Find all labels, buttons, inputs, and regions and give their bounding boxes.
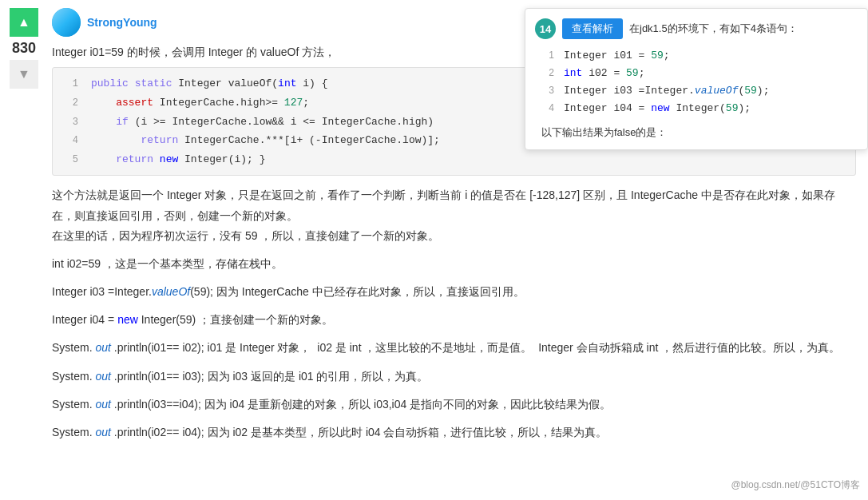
avatar xyxy=(52,8,81,37)
view-explanation-button[interactable]: 查看解析 xyxy=(562,18,623,39)
explanation-badge: 14 xyxy=(535,18,556,39)
explanation-box: 14 查看解析 在jdk1.5的环境下，有如下4条语句： 1 Integer i… xyxy=(525,8,868,150)
watermark: @blog.csdn.net/@51CTO博客 xyxy=(731,478,860,492)
paragraph-7: System. out .println(i03==i04); 因为 i04 是… xyxy=(52,395,856,415)
vote-column: 830 xyxy=(0,0,48,458)
paragraph-6: System. out .println(i01== i03); 因为 i03 … xyxy=(52,367,856,387)
explanation-code: 1 Integer i01 = 59; 2 int i02 = 59; 3 In… xyxy=(541,47,858,117)
code-block-line-5: 5 return new Integer(i); } xyxy=(62,150,846,169)
paragraph-3: Integer i03 =Integer.valueOf(59); 因为 Int… xyxy=(52,282,856,302)
paragraph-2: int i02=59 ，这是一个基本类型，存储在栈中。 xyxy=(52,254,856,274)
explanation-title: 在jdk1.5的环境下，有如下4条语句： xyxy=(629,22,798,36)
main-content: StrongYoung 14 查看解析 在jdk1.5的环境下，有如下4条语句：… xyxy=(48,0,868,458)
code-line-3: 3 Integer i03 =Integer.valueOf(59); xyxy=(541,82,858,100)
vote-up-button[interactable] xyxy=(10,8,38,37)
code-line-1: 1 Integer i01 = 59; xyxy=(541,47,858,65)
page-wrapper: 830 StrongYoung 14 查看解析 在jdk1.5的环境下，有如下4… xyxy=(0,0,868,458)
author-name[interactable]: StrongYoung xyxy=(87,16,157,29)
paragraph-1: 这个方法就是返回一个 Integer 对象，只是在返回之前，看作了一个判断，判断… xyxy=(52,185,856,246)
explanation-header: 14 查看解析 在jdk1.5的环境下，有如下4条语句： xyxy=(535,18,858,39)
paragraph-4: Integer i04 = new Integer(59) ；直接创建一个新的对… xyxy=(52,310,856,330)
code-line-2: 2 int i02 = 59; xyxy=(541,65,858,82)
vote-count: 830 xyxy=(12,40,36,57)
paragraph-8: System. out .println(i02== i04); 因为 i02 … xyxy=(52,423,856,442)
code-line-4: 4 Integer i04 = new Integer(59); xyxy=(541,100,858,117)
vote-down-button[interactable] xyxy=(10,60,38,89)
explanation-footer: 以下输出结果为false的是： xyxy=(535,125,858,140)
paragraph-5: System. out .println(i01== i02); i01 是 I… xyxy=(52,338,856,358)
